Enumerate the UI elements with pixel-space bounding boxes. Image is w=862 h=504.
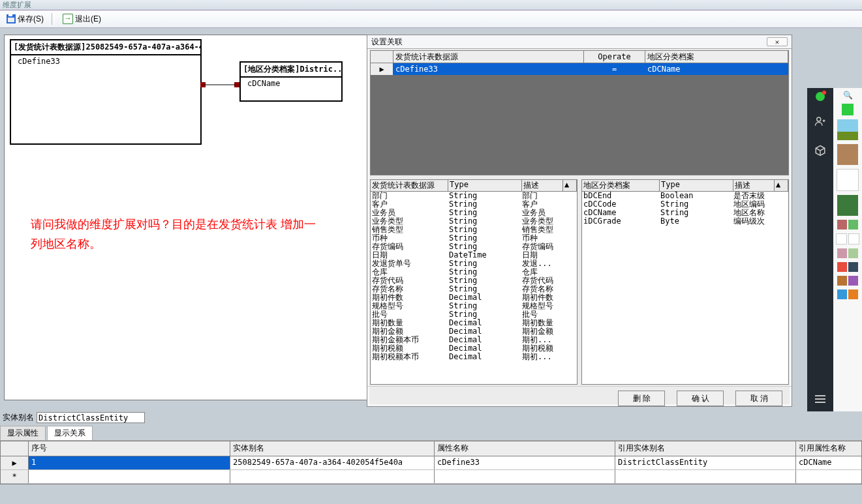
cell-entity[interactable]: 25082549-657a-407a-a364-402054f5e40a: [230, 456, 435, 469]
thumbnail-pair[interactable]: [836, 233, 859, 245]
relation-row-selected[interactable]: ▶ cDefine33 = cDCName: [371, 63, 788, 75]
thumbnail[interactable]: [837, 144, 858, 165]
list-item[interactable]: 存货名称String存货名称: [371, 285, 577, 293]
col-refentity[interactable]: 引用实体别名: [615, 441, 796, 456]
entity-source-field[interactable]: cDefine33: [11, 55, 200, 67]
target-col-name[interactable]: 地区分类档案: [582, 180, 660, 191]
entity-district-field[interactable]: cDCName: [241, 78, 341, 89]
contacts-icon[interactable]: [814, 115, 826, 130]
thumbnail-pair[interactable]: [837, 289, 858, 299]
target-col-type[interactable]: Type: [660, 180, 733, 191]
exit-button[interactable]: 退出(E): [59, 12, 105, 26]
delete-button[interactable]: 删 除: [618, 391, 665, 406]
list-item[interactable]: cDCCodeString地区编码: [582, 200, 788, 209]
menu-icon[interactable]: [815, 393, 825, 405]
list-item[interactable]: 日期DateTime日期: [371, 251, 577, 259]
list-item[interactable]: 存货编码String存货编码: [371, 243, 577, 251]
thumbnail-pair[interactable]: [837, 220, 858, 230]
save-button[interactable]: 保存(S): [3, 12, 48, 26]
tab-relations[interactable]: 显示关系: [47, 426, 93, 440]
col-seq[interactable]: 序号: [29, 441, 230, 456]
source-col-name[interactable]: 发货统计表数据源: [371, 180, 448, 191]
list-item[interactable]: 仓库String仓库: [371, 268, 577, 276]
col-attr[interactable]: 属性名称: [435, 441, 615, 456]
entity-box-source[interactable]: [发货统计表数据源]25082549-657a-407a-a364-40... …: [10, 39, 202, 145]
alias-input[interactable]: [37, 412, 145, 423]
target-col-desc[interactable]: 描述: [733, 180, 775, 191]
thumbnail[interactable]: [837, 119, 858, 140]
source-fields-list[interactable]: 发货统计表数据源 Type 描述 ▲ 部门String部门客户String客户业…: [370, 179, 577, 385]
list-item[interactable]: iDCGradeByte编码级次: [582, 217, 788, 226]
window-titlebar: 维度扩展: [0, 0, 862, 10]
search-icon[interactable]: 🔍: [843, 91, 853, 100]
thumbnail-pair[interactable]: [837, 248, 858, 258]
col-refattr[interactable]: 引用属性名称: [796, 441, 861, 456]
list-item[interactable]: 业务员String业务员: [371, 209, 577, 217]
thumbnail-pair[interactable]: [837, 262, 858, 272]
exit-icon: [63, 14, 73, 24]
row-marker-new: *: [1, 470, 29, 483]
list-item[interactable]: 期初件数Decimal期初件数: [371, 293, 577, 302]
entity-box-district[interactable]: [地区分类档案]Distric... cDCName: [239, 61, 343, 102]
source-col-type[interactable]: Type: [448, 180, 522, 191]
dialog-close-button[interactable]: ⨉: [767, 37, 788, 46]
col-entity[interactable]: 实体别名: [230, 441, 435, 456]
set-relation-dialog: 设置关联 ⨉ 发货统计表数据源 Operate 地区分类档案 ▶ cDefine…: [367, 35, 792, 407]
relation-table[interactable]: 序号 实体别名 属性名称 引用实体别名 引用属性名称 ▶ 1 25082549-…: [0, 441, 862, 484]
dialog-title: 设置关联: [371, 37, 403, 48]
cell-attr[interactable]: cDefine33: [435, 456, 615, 469]
list-item[interactable]: 批号String批号: [371, 310, 577, 319]
list-item[interactable]: 期初金额本币Decimal期初...: [371, 336, 577, 344]
list-item[interactable]: 部门String部门: [371, 192, 577, 200]
list-item[interactable]: 规格型号String规格型号: [371, 302, 577, 310]
list-item[interactable]: 期初金额Decimal期初金额: [371, 327, 577, 336]
toolbar: 保存(S) 退出(E): [0, 10, 862, 28]
dialog-titlebar[interactable]: 设置关联 ⨉: [367, 35, 792, 49]
list-item[interactable]: 存货代码String存货代码: [371, 276, 577, 285]
list-item[interactable]: 销售类型String销售类型: [371, 226, 577, 234]
table-row[interactable]: ▶ 1 25082549-657a-407a-a364-402054f5e40a…: [1, 456, 861, 470]
ok-button[interactable]: 确 认: [677, 391, 724, 406]
list-item[interactable]: 发退货单号String发退...: [371, 259, 577, 268]
window-title: 维度扩展: [3, 1, 31, 8]
cube-icon[interactable]: [814, 145, 826, 160]
scroll-up-icon[interactable]: ▲: [563, 180, 577, 191]
list-item[interactable]: 期初数量Decimal期初数量: [371, 319, 577, 327]
cell-refattr[interactable]: cDCName: [796, 456, 861, 469]
chat-icon[interactable]: [816, 92, 825, 101]
table-row-new[interactable]: *: [1, 470, 861, 484]
exit-label: 退出(E): [75, 14, 101, 25]
list-item[interactable]: 期初税额Decimal期初税额: [371, 344, 577, 353]
save-label: 保存(S): [18, 14, 44, 25]
cell-refentity[interactable]: DistrictClassEntity: [615, 456, 796, 469]
list-item[interactable]: 期初税额本币Decimal期初...: [371, 353, 577, 361]
relation-cell-operate[interactable]: =: [584, 63, 645, 75]
toolbar-separator: [52, 13, 55, 25]
relation-line: [204, 83, 236, 87]
save-icon: [7, 14, 16, 23]
relation-cell-target[interactable]: cDCName: [645, 63, 788, 75]
source-col-desc[interactable]: 描述: [522, 180, 563, 191]
list-item[interactable]: 币种String币种: [371, 234, 577, 243]
relation-table-header: 序号 实体别名 属性名称 引用实体别名 引用属性名称: [1, 441, 861, 456]
relation-grid[interactable]: 发货统计表数据源 Operate 地区分类档案 ▶ cDefine33 = cD…: [370, 50, 789, 175]
cell-seq[interactable]: 1: [29, 456, 230, 469]
tab-attributes[interactable]: 显示属性: [0, 426, 46, 440]
thumbnail[interactable]: [837, 195, 858, 216]
list-item[interactable]: 客户String客户: [371, 200, 577, 209]
thumbnail[interactable]: [837, 169, 859, 191]
relation-cell-source[interactable]: cDefine33: [393, 63, 584, 75]
app-icon[interactable]: [842, 104, 854, 115]
dialog-footer: 删 除 确 认 取 消: [367, 386, 792, 410]
row-marker: ▶: [1, 456, 29, 469]
list-item[interactable]: bDCEndBoolean是否末级: [582, 192, 788, 200]
entity-source-title: [发货统计表数据源]25082549-657a-407a-a364-40...: [14, 42, 200, 52]
thumbnail-pair[interactable]: [837, 276, 858, 286]
scroll-up-icon[interactable]: ▲: [775, 180, 788, 191]
cancel-button[interactable]: 取 消: [735, 391, 782, 406]
target-fields-list[interactable]: 地区分类档案 Type 描述 ▲ bDCEndBoolean是否末级cDCCod…: [581, 179, 789, 385]
list-item[interactable]: 业务类型String业务类型: [371, 217, 577, 226]
list-item[interactable]: cDCNameString地区名称: [582, 209, 788, 217]
below-region: 实体别名 显示属性 显示关系 序号 实体别名 属性名称 引用实体别名 引用属性名…: [0, 409, 862, 484]
relation-row-marker: ▶: [371, 63, 393, 75]
